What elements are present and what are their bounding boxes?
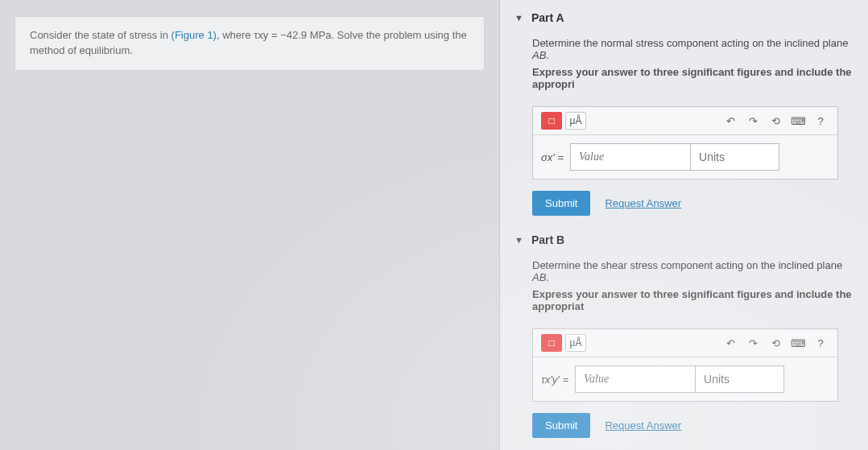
- part-b-header[interactable]: ▼ Part B: [500, 227, 868, 251]
- answer-pane: ▼ Part A Determine the normal stress com…: [499, 0, 868, 450]
- part-b-variable-label: τx'y' =: [541, 365, 575, 393]
- reset-icon[interactable]: ⟲: [767, 112, 784, 130]
- part-a-prompt2: Express your answer to three significant…: [532, 66, 854, 90]
- templates-icon[interactable]: □: [541, 112, 562, 130]
- part-b-input-row: τx'y' =: [533, 357, 837, 401]
- part-a-input-row: σx' =: [533, 135, 837, 179]
- part-a-toolbar: □ μÅ ↶ ↷ ⟲ ⌨ ?: [533, 107, 837, 135]
- part-b-submit-button[interactable]: Submit: [532, 413, 590, 438]
- part-a-title: Part A: [531, 11, 564, 24]
- figure-link[interactable]: (Figure 1): [172, 29, 217, 41]
- keyboard-icon[interactable]: ⌨: [789, 334, 807, 352]
- symbols-icon[interactable]: μÅ: [565, 112, 586, 130]
- caret-down-icon: ▼: [515, 235, 523, 245]
- part-b-prompt2: Express your answer to three significant…: [532, 288, 854, 312]
- part-a-answer-box: □ μÅ ↶ ↷ ⟲ ⌨ ? σx' =: [532, 106, 838, 180]
- part-b-answer-box: □ μÅ ↶ ↷ ⟲ ⌨ ? τx'y' =: [532, 328, 838, 402]
- part-b-value-input[interactable]: [575, 365, 696, 393]
- help-icon[interactable]: ?: [812, 334, 829, 352]
- part-b-toolbar: □ μÅ ↶ ↷ ⟲ ⌨ ?: [533, 329, 837, 357]
- part-a-request-answer-link[interactable]: Request Answer: [605, 197, 681, 209]
- reset-icon[interactable]: ⟲: [767, 334, 784, 352]
- undo-icon[interactable]: ↶: [721, 334, 739, 352]
- part-a-actions: Submit Request Answer: [532, 191, 854, 216]
- part-b-units-input[interactable]: [696, 365, 784, 393]
- problem-pane: Consider the state of stress in (Figure …: [0, 0, 499, 450]
- part-a-units-input[interactable]: [691, 143, 779, 171]
- problem-text-a: Consider the state of stress in: [30, 29, 172, 41]
- redo-icon[interactable]: ↷: [744, 112, 762, 130]
- part-b-request-answer-link[interactable]: Request Answer: [605, 419, 681, 431]
- part-a-header[interactable]: ▼ Part A: [500, 5, 868, 29]
- part-a-submit-button[interactable]: Submit: [532, 191, 590, 216]
- symbols-icon[interactable]: μÅ: [565, 334, 586, 352]
- part-a-variable-label: σx' =: [541, 143, 570, 171]
- problem-statement: Consider the state of stress in (Figure …: [14, 16, 485, 71]
- caret-down-icon: ▼: [515, 13, 523, 23]
- part-a-body: Determine the normal stress component ac…: [500, 29, 868, 227]
- help-icon[interactable]: ?: [812, 112, 829, 130]
- part-b-prompt1: Determine the shear stress component act…: [532, 259, 854, 283]
- undo-icon[interactable]: ↶: [721, 112, 739, 130]
- redo-icon[interactable]: ↷: [744, 334, 762, 352]
- templates-icon[interactable]: □: [541, 334, 562, 352]
- part-b-actions: Submit Request Answer: [532, 413, 854, 438]
- part-b-title: Part B: [531, 233, 564, 246]
- part-a-value-input[interactable]: [570, 143, 691, 171]
- keyboard-icon[interactable]: ⌨: [789, 112, 807, 130]
- part-b-body: Determine the shear stress component act…: [500, 251, 868, 449]
- part-a-prompt1: Determine the normal stress component ac…: [532, 37, 854, 61]
